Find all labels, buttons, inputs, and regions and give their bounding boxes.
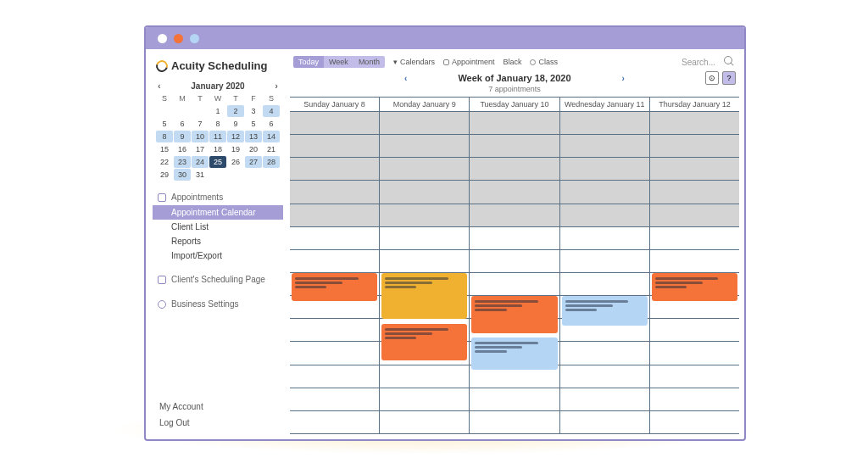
sidebar-item[interactable]: Client List <box>153 220 283 234</box>
calendar-cell[interactable] <box>560 388 649 411</box>
view-toggle-week[interactable]: Week <box>324 56 353 68</box>
zoom-button[interactable]: ⊙ <box>705 71 719 85</box>
mini-cal-day[interactable]: 25 <box>209 156 226 168</box>
calendar-cell[interactable] <box>380 204 469 227</box>
mini-cal-day[interactable]: 17 <box>192 143 209 155</box>
week-prev-icon[interactable]: ‹ <box>404 74 407 83</box>
mini-cal-day[interactable]: 9 <box>174 131 191 142</box>
calendar-cell[interactable] <box>650 181 739 204</box>
calendar-cell[interactable] <box>650 411 739 434</box>
calendar-cell[interactable] <box>380 411 469 434</box>
calendar-cell[interactable] <box>470 181 559 204</box>
mini-cal-day[interactable]: 6 <box>174 118 191 130</box>
sidebar-item[interactable]: Import/Export <box>153 248 283 263</box>
my-account-link[interactable]: My Account <box>159 399 203 415</box>
calendar-cell[interactable] <box>650 365 739 388</box>
mini-cal-day[interactable]: 12 <box>227 131 244 142</box>
mini-cal-day[interactable]: 28 <box>263 156 280 168</box>
mini-cal-day[interactable]: 11 <box>209 131 226 142</box>
calendars-filter[interactable]: ▾ Calendars <box>393 58 435 66</box>
calendar-cell[interactable] <box>380 112 469 135</box>
calendar-cell[interactable] <box>290 411 379 434</box>
calendar-cell[interactable] <box>470 135 559 158</box>
calendar-cell[interactable] <box>290 158 379 181</box>
sidebar-settings-head[interactable]: Business Settings <box>153 296 283 312</box>
calendar-cell[interactable] <box>470 204 559 227</box>
mini-cal-day[interactable]: 8 <box>209 118 226 130</box>
calendar-cell[interactable] <box>380 250 469 273</box>
calendar-cell[interactable] <box>650 158 739 181</box>
calendar-cell[interactable] <box>470 411 559 434</box>
calendar-cell[interactable] <box>470 273 559 296</box>
mini-cal-day[interactable]: 2 <box>227 105 244 117</box>
mini-cal-day[interactable]: 23 <box>174 156 191 168</box>
calendar-cell[interactable] <box>560 112 649 135</box>
calendar-cell[interactable] <box>380 181 469 204</box>
calendar-cell[interactable] <box>290 112 379 135</box>
calendar-event[interactable] <box>562 296 648 326</box>
calendar-event[interactable] <box>471 337 557 370</box>
calendar-cell[interactable] <box>470 112 559 135</box>
mini-cal-day[interactable]: 4 <box>263 105 280 117</box>
mini-cal-day[interactable]: 15 <box>156 143 173 155</box>
calendar-cell[interactable] <box>290 135 379 158</box>
mini-cal-next-icon[interactable]: › <box>275 81 278 91</box>
mini-cal-day[interactable]: 5 <box>156 118 173 130</box>
appointment-button[interactable]: Appointment <box>443 58 495 66</box>
calendar-cell[interactable] <box>560 158 649 181</box>
mini-cal-day[interactable]: 29 <box>156 169 173 181</box>
mini-cal-prev-icon[interactable]: ‹ <box>158 81 161 91</box>
calendar-cell[interactable] <box>380 365 469 388</box>
calendar-cell[interactable] <box>470 227 559 250</box>
calendar-cell[interactable] <box>290 342 379 365</box>
search-input[interactable]: Search... <box>682 58 715 67</box>
mini-cal-day[interactable]: 21 <box>263 143 280 155</box>
calendar-cell[interactable] <box>290 204 379 227</box>
mini-cal-day[interactable]: 14 <box>263 131 280 142</box>
calendar-cell[interactable] <box>380 388 469 411</box>
calendar-event[interactable] <box>381 273 467 319</box>
calendar-cell[interactable] <box>650 319 739 342</box>
mini-cal-day[interactable]: 31 <box>192 169 209 181</box>
view-toggle-month[interactable]: Month <box>353 56 385 68</box>
calendar-event[interactable] <box>292 273 377 301</box>
black-button[interactable]: Black <box>503 58 521 66</box>
calendar-cell[interactable] <box>650 388 739 411</box>
mini-cal-day[interactable]: 10 <box>192 131 209 142</box>
mini-cal-day[interactable]: 13 <box>245 131 262 142</box>
calendar-cell[interactable] <box>380 158 469 181</box>
calendar-cell[interactable] <box>290 319 379 342</box>
calendar-cell[interactable] <box>560 365 649 388</box>
mini-cal-day[interactable]: 6 <box>263 118 280 130</box>
sidebar-item[interactable]: Appointment Calendar <box>153 205 283 220</box>
mini-cal-day[interactable]: 18 <box>209 143 226 155</box>
calendar-cell[interactable] <box>650 204 739 227</box>
sidebar-appointments-head[interactable]: Appointments <box>153 189 283 205</box>
mini-cal-day[interactable]: 19 <box>227 143 244 155</box>
calendar-cell[interactable] <box>290 181 379 204</box>
mini-cal-day[interactable]: 9 <box>227 118 244 130</box>
calendar-cell[interactable] <box>560 342 649 365</box>
week-next-icon[interactable]: › <box>622 74 625 83</box>
calendar-cell[interactable] <box>290 250 379 273</box>
mini-cal-day[interactable]: 8 <box>156 131 173 142</box>
mini-cal-day[interactable]: 24 <box>192 156 209 168</box>
calendar-cell[interactable] <box>560 204 649 227</box>
calendar-cell[interactable] <box>470 158 559 181</box>
log-out-link[interactable]: Log Out <box>159 415 203 431</box>
calendar-cell[interactable] <box>470 388 559 411</box>
view-toggle-today[interactable]: Today <box>293 56 324 68</box>
titlebar-dot-minimize[interactable] <box>174 34 183 43</box>
help-button[interactable]: ? <box>722 71 736 85</box>
calendar-cell[interactable] <box>560 250 649 273</box>
mini-cal-day[interactable]: 20 <box>245 143 262 155</box>
mini-cal-day[interactable]: 7 <box>192 118 209 130</box>
calendar-cell[interactable] <box>560 411 649 434</box>
titlebar-dot-maximize[interactable] <box>190 34 199 43</box>
calendar-event[interactable] <box>652 273 737 301</box>
mini-cal-day[interactable]: 1 <box>209 105 226 117</box>
calendar-cell[interactable] <box>290 365 379 388</box>
mini-cal-day[interactable]: 5 <box>245 118 262 130</box>
calendar-cell[interactable] <box>650 227 739 250</box>
mini-cal-day[interactable]: 22 <box>156 156 173 168</box>
